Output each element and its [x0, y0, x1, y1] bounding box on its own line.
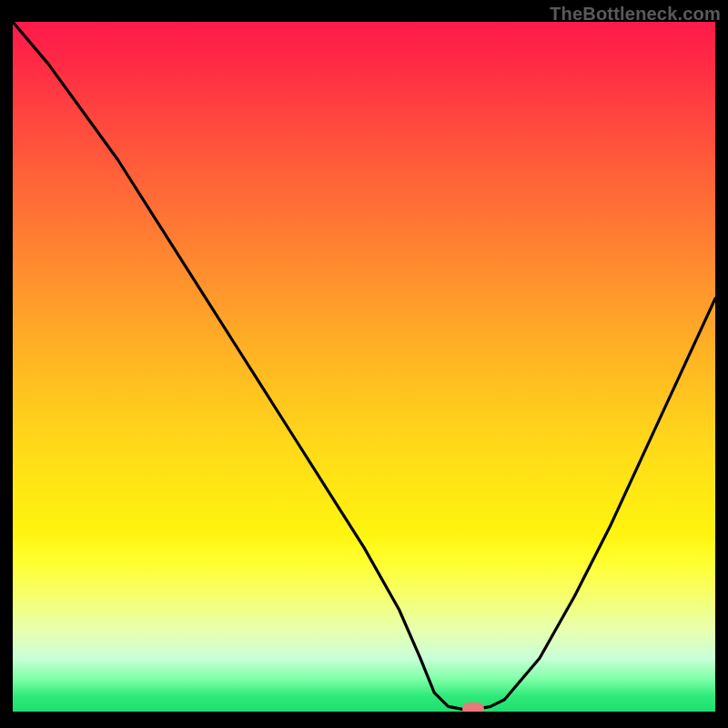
plot-area — [13, 22, 715, 713]
bottleneck-curve — [13, 22, 715, 713]
chart-frame: TheBottleneck.com — [0, 0, 728, 728]
plot-inner — [13, 22, 715, 713]
x-axis-baseline — [13, 712, 715, 713]
